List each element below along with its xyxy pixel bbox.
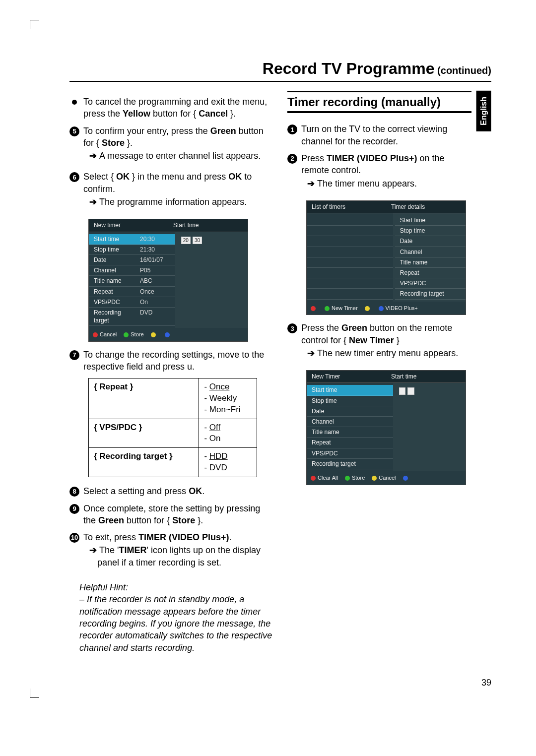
opt-vps-values: - Off - On (199, 419, 257, 448)
hint-body: – If the recorder is not in standby mode… (79, 594, 272, 652)
osd-new-timer-blank: New Timer Start time Start time Stop tim… (306, 370, 466, 485)
dot-blue-icon (165, 332, 170, 337)
t: Yellow (123, 109, 150, 119)
step-5: 5 To confirm your entry, press the Green… (69, 125, 273, 166)
bullet-cancel: To cancel the programming and exit the m… (69, 96, 273, 120)
v: Weekly (209, 393, 237, 403)
opt-repeat-label: { Repeat } (94, 382, 133, 391)
foot-green: Store (352, 475, 365, 481)
osd2-head-left: List of timers (307, 201, 386, 213)
lbl: Repeat (400, 269, 419, 277)
val: 20:30 (140, 235, 155, 243)
val: 21:30 (140, 246, 155, 253)
step-r1-num: 1 (287, 125, 297, 134)
lbl: Date (400, 237, 412, 245)
t: }. (125, 138, 133, 148)
lbl: VPS/PDC (400, 279, 426, 287)
t: OK (228, 172, 242, 182)
dot-red-icon (311, 306, 316, 311)
lbl: Stop time (312, 397, 337, 405)
hint-head: Helpful Hint: (79, 582, 128, 592)
lbl: Recording target (312, 460, 356, 468)
osd3-head-right: Start time (386, 371, 466, 383)
opt-repeat-values: - Once - Weekly - Mon~Fri (199, 378, 257, 419)
osd2-footer: New Timer VIDEO Plus+ (307, 302, 466, 315)
dot-blue-icon (403, 476, 408, 481)
t: } in the menu and press (130, 172, 228, 182)
step-r3: 3 Press the Green button on the remote c… (287, 322, 471, 363)
step-8: 8 Select a setting and press OK. (69, 485, 273, 497)
lbl: Recording target (400, 290, 444, 298)
lbl: VPS/PDC (94, 298, 136, 306)
box-hh: 20 (181, 237, 191, 244)
osd3-head-left: New Timer (307, 371, 386, 383)
step-9-num: 9 (69, 504, 79, 514)
t: }. (228, 109, 236, 119)
bullet-cancel-text: To cancel the programming and exit the m… (83, 96, 273, 120)
opt-vps-label: { VPS/PDC } (94, 423, 142, 432)
dot-yellow-icon (151, 332, 156, 337)
box-mm: 30 (193, 237, 202, 244)
t: TIMER (VIDEO Plus+) (327, 153, 417, 163)
step-r1-text: Turn on the TV to the correct viewing ch… (301, 123, 471, 147)
t: TIMER (119, 545, 146, 555)
osd2-right: Start time Stop time Date Channel Title … (393, 213, 466, 302)
t: OK (189, 486, 202, 496)
lbl: Title name (94, 277, 136, 285)
step-r2: 2 Press TIMER (VIDEO Plus+) on the remot… (287, 152, 471, 193)
t: } (394, 335, 400, 345)
lbl: Channel (94, 266, 136, 274)
step-r1: 1 Turn on the TV to the correct viewing … (287, 123, 471, 147)
t: Select a setting and press (83, 486, 189, 496)
t: Store (172, 515, 195, 525)
step-7-num: 7 (69, 350, 79, 360)
step-6: 6 Select { OK } in the menu and press OK… (69, 171, 273, 212)
val: ABC (140, 277, 152, 285)
osd2-head-right: Timer details (386, 201, 466, 213)
t: Green (341, 323, 367, 333)
dot-green-icon (325, 306, 330, 311)
lbl: Channel (312, 418, 334, 426)
t: Press (301, 153, 327, 163)
lbl: Title name (312, 428, 339, 436)
step-10-num: 10 (69, 533, 79, 543)
t: New Timer (349, 335, 394, 345)
osd3-left: Start time Stop time Date Channel Title … (307, 383, 393, 471)
foot-green: Store (131, 331, 143, 337)
val: On (140, 298, 148, 306)
foot-red: Clear All (318, 475, 338, 481)
foot-red: Cancel (100, 331, 117, 337)
osd3-right (393, 383, 466, 471)
lbl: Stop time (94, 246, 136, 253)
osd3-footer: Clear All Store Cancel (307, 471, 466, 485)
opt-rec-values: - HDD - DVD (199, 448, 257, 477)
dot-yellow-icon (372, 476, 377, 481)
step-5-num: 5 (69, 126, 79, 136)
step-7: 7 To change the recording settings, move… (69, 349, 273, 373)
crop-mark-bl (30, 689, 39, 698)
lbl: Title name (400, 258, 428, 266)
crop-mark-tl (30, 20, 39, 29)
step-r2-result: The timer menu appears. (301, 178, 471, 189)
page-number: 39 (69, 678, 491, 688)
v: On (209, 434, 221, 443)
t: Store (102, 138, 125, 148)
box-hh (399, 387, 406, 395)
opt-rec-label: { Recording target } (94, 451, 173, 461)
step-9: 9 Once complete, store the setting by pr… (69, 503, 273, 527)
lbl: Repeat (94, 288, 136, 296)
dot-green-icon (345, 476, 350, 481)
t: Press the (301, 323, 341, 333)
t: The ' (99, 545, 119, 555)
lbl: Recording target (94, 309, 136, 324)
section-timer-manual: Timer recording (manually) (287, 94, 471, 113)
osd1-footer: Cancel Store (89, 328, 248, 341)
osd2-left (307, 213, 393, 302)
step-r3-num: 3 (287, 323, 297, 333)
box-mm (407, 387, 414, 395)
dot-blue-icon (379, 306, 384, 311)
t: To exit, press (83, 532, 138, 542)
helpful-hint: Helpful Hint: – If the recorder is not i… (79, 581, 273, 654)
dot-red-icon (311, 476, 316, 481)
t: . (229, 532, 232, 542)
